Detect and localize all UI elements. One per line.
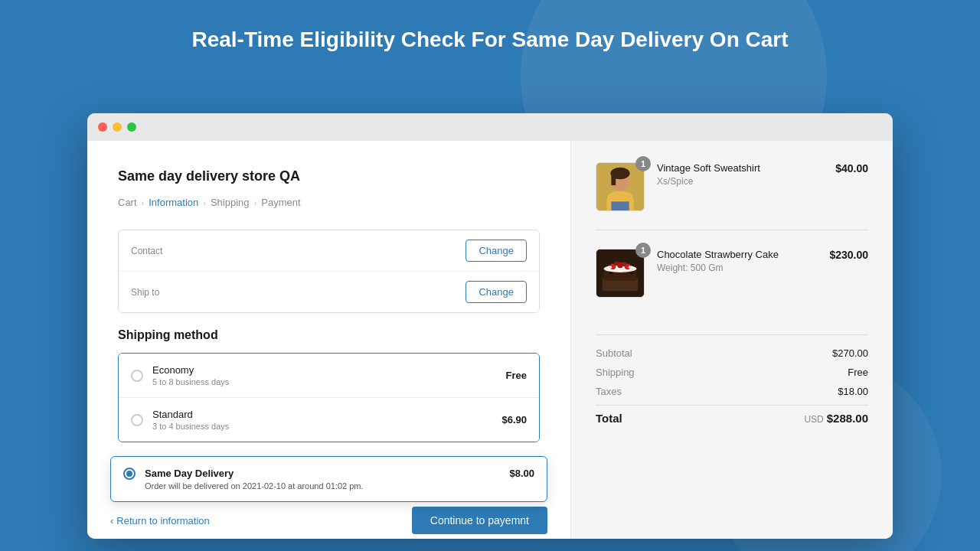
cart-item-sweatshirt: 1 Vintage Soft Sweatshirt Xs/Spice $40.0… [596, 162, 868, 230]
item-details-cake: Chocolate Strawberry Cake Weight: 500 Gm [657, 249, 817, 273]
breadcrumb-sep-1: › [142, 198, 145, 207]
option-price-economy: Free [506, 370, 527, 381]
taxes-label: Taxes [596, 386, 622, 397]
option-name-economy: Economy [152, 364, 497, 376]
store-name: Same day delivery store QA [118, 168, 540, 184]
subtotal-value: $270.00 [832, 347, 868, 359]
browser-minimize-btn[interactable] [113, 122, 122, 132]
contact-row: Contact Change [119, 230, 539, 272]
option-info-standard: Standard 3 to 4 business days [152, 409, 492, 431]
item-price-cake: $230.00 [829, 249, 868, 261]
option-price-standard: $6.90 [501, 414, 527, 425]
total-currency: USD [804, 414, 823, 425]
contact-change-button[interactable]: Change [466, 240, 527, 262]
same-day-info: Same Day Delivery Order will be delivere… [145, 468, 500, 491]
item-quantity-badge-sweatshirt: 1 [635, 156, 651, 171]
radio-inner-same-day [126, 471, 132, 477]
ship-to-change-button[interactable]: Change [466, 281, 527, 303]
total-row: Total USD$288.00 [596, 405, 868, 425]
item-name-cake: Chocolate Strawberry Cake [657, 249, 817, 260]
item-name-sweatshirt: Vintage Soft Sweatshirt [657, 162, 823, 174]
return-link-label: Return to information [116, 515, 209, 527]
browser-close-btn[interactable] [98, 122, 107, 132]
svg-point-18 [608, 266, 612, 269]
option-name-standard: Standard [152, 409, 492, 420]
breadcrumb-sep-3: › [254, 198, 257, 207]
item-image-wrap-sweatshirt: 1 [596, 162, 645, 211]
option-days-standard: 3 to 4 business days [152, 422, 492, 431]
breadcrumb-information[interactable]: Information [149, 197, 198, 208]
shipping-label: Shipping [596, 367, 635, 378]
item-price-sweatshirt: $40.00 [835, 162, 868, 174]
svg-point-17 [622, 262, 626, 266]
ship-to-label: Ship to [131, 287, 185, 298]
taxes-value: $18.00 [838, 386, 868, 397]
subtotal-row: Subtotal $270.00 [596, 347, 868, 359]
item-image-cake [596, 249, 645, 298]
item-image-wrap-cake: 1 [596, 249, 645, 298]
chevron-left-icon: ‹ [110, 515, 113, 527]
item-variant-sweatshirt: Xs/Spice [657, 176, 823, 187]
total-amount: $288.00 [827, 412, 868, 425]
bottom-nav: ‹ Return to information Continue to paye… [110, 502, 547, 539]
checkout-left-panel: Same day delivery store QA Cart › Inform… [87, 141, 571, 539]
breadcrumb-cart[interactable]: Cart [118, 197, 137, 208]
shipping-value: Free [848, 367, 868, 378]
svg-point-16 [614, 262, 619, 266]
option-info-economy: Economy 5 to 8 business days [152, 364, 497, 386]
radio-standard [131, 414, 143, 426]
option-days-economy: 5 to 8 business days [152, 377, 497, 386]
subtotal-label: Subtotal [596, 347, 632, 359]
item-image-sweatshirt [596, 162, 645, 211]
taxes-row: Taxes $18.00 [596, 386, 868, 397]
radio-same-day [123, 468, 136, 480]
same-day-name: Same Day Delivery [145, 468, 500, 479]
return-to-information-link[interactable]: ‹ Return to information [110, 515, 210, 527]
browser-window: Same day delivery store QA Cart › Inform… [87, 113, 893, 539]
item-details-sweatshirt: Vintage Soft Sweatshirt Xs/Spice [657, 162, 823, 187]
radio-economy [131, 370, 143, 382]
browser-maximize-btn[interactable] [127, 122, 136, 132]
contact-section: Contact Change Ship to Change [118, 230, 540, 313]
same-day-description: Order will be delivered on 2021-02-10 at… [145, 481, 500, 491]
breadcrumb: Cart › Information › Shipping › Payment [118, 197, 540, 208]
svg-rect-5 [611, 201, 629, 210]
breadcrumb-payment: Payment [261, 197, 300, 208]
breadcrumb-shipping: Shipping [211, 197, 250, 208]
shipping-options: Economy 5 to 8 business days Free Standa… [118, 353, 540, 442]
cart-item-cake: 1 Chocolate Strawberry Cake Weight: 500 … [596, 249, 868, 316]
continue-to-payment-button[interactable]: Continue to payemnt [412, 507, 547, 534]
browser-toolbar [87, 113, 893, 141]
page-title: Real-Time Eligibility Check For Same Day… [0, 0, 980, 73]
svg-point-19 [629, 266, 633, 269]
total-value: USD$288.00 [804, 412, 868, 425]
cake-image-svg [596, 249, 644, 298]
same-day-price: $8.00 [509, 468, 534, 479]
ship-to-row: Ship to Change [119, 272, 539, 312]
sweatshirt-image-svg [596, 162, 644, 211]
shipping-option-standard[interactable]: Standard 3 to 4 business days $6.90 [119, 398, 539, 442]
breadcrumb-sep-2: › [203, 198, 206, 207]
same-day-delivery-option[interactable]: Same Day Delivery Order will be delivere… [110, 456, 547, 502]
cart-summary-panel: 1 Vintage Soft Sweatshirt Xs/Spice $40.0… [571, 141, 893, 539]
contact-label: Contact [131, 246, 185, 256]
shipping-option-economy[interactable]: Economy 5 to 8 business days Free [119, 354, 539, 398]
shipping-method-title: Shipping method [118, 328, 540, 342]
browser-content: Same day delivery store QA Cart › Inform… [87, 141, 893, 539]
total-label: Total [596, 412, 622, 425]
shipping-row: Shipping Free [596, 367, 868, 378]
item-quantity-badge-cake: 1 [635, 243, 651, 258]
item-variant-cake: Weight: 500 Gm [657, 262, 817, 273]
totals-divider [596, 334, 868, 335]
cart-totals: Subtotal $270.00 Shipping Free Taxes $18… [596, 347, 868, 425]
svg-rect-4 [611, 174, 616, 186]
